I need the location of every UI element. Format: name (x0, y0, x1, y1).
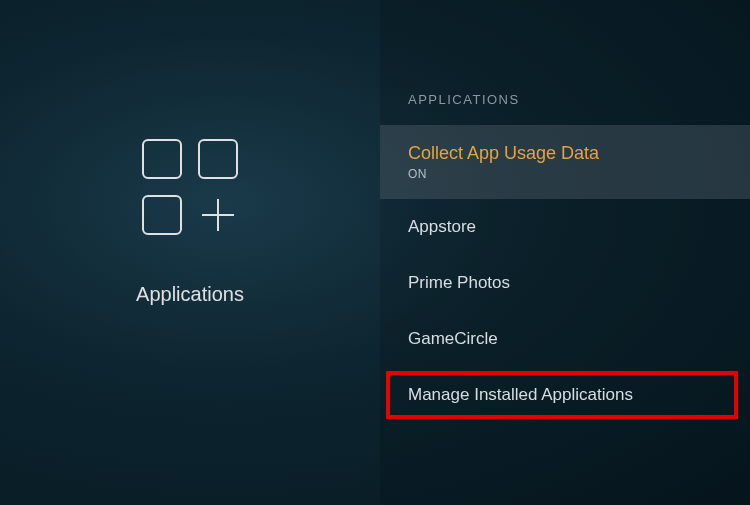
section-header: APPLICATIONS (380, 92, 750, 125)
menu-item-subtitle: ON (408, 167, 722, 181)
menu-item-manage-installed-applications[interactable]: Manage Installed Applications (380, 367, 750, 423)
menu-item-gamecircle[interactable]: GameCircle (380, 311, 750, 367)
applications-icon (142, 139, 238, 235)
menu-item-title: GameCircle (408, 329, 722, 349)
menu-item-prime-photos[interactable]: Prime Photos (380, 255, 750, 311)
applications-label: Applications (136, 283, 244, 306)
left-panel: Applications (0, 0, 380, 505)
menu-item-title: Collect App Usage Data (408, 143, 722, 164)
menu-item-title: Prime Photos (408, 273, 722, 293)
menu-item-collect-app-usage-data[interactable]: Collect App Usage Data ON (380, 125, 750, 199)
menu-item-title: Appstore (408, 217, 722, 237)
right-panel: APPLICATIONS Collect App Usage Data ON A… (380, 0, 750, 505)
menu-item-title: Manage Installed Applications (408, 385, 722, 405)
menu-item-appstore[interactable]: Appstore (380, 199, 750, 255)
